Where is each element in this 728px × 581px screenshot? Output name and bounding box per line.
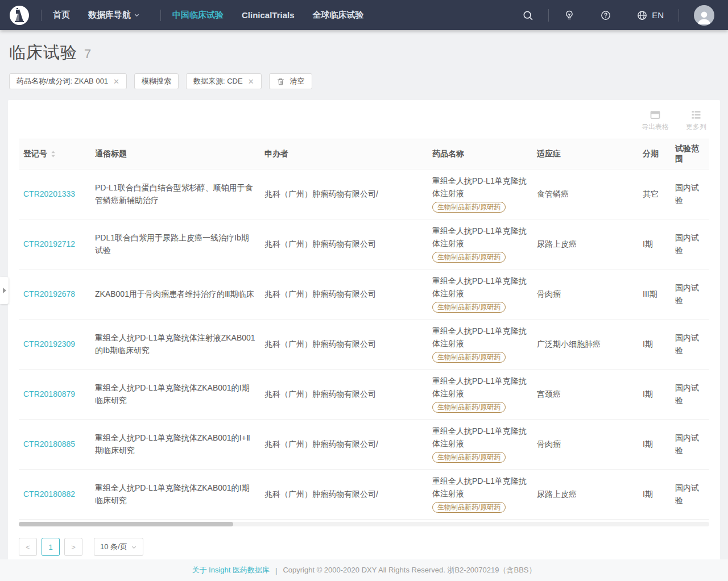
trial-title: 重组全人抗PD-L1单克隆抗体ZKAB001的Ⅰ期临床研究 <box>95 383 250 405</box>
trial-sponsor: 兆科（广州）肿瘤药物有限公司 <box>264 339 376 348</box>
scope: 国内试验 <box>675 233 699 255</box>
trial-sponsor: 兆科（广州）肿瘤药物有限公司 <box>264 389 376 399</box>
globe-icon <box>636 10 648 21</box>
filter-chips: 药品名称/成分词: ZKAB 001 ✕ 模糊搜索 数据来源: CDE ✕ 清空 <box>9 73 719 89</box>
chevron-down-icon <box>134 12 140 18</box>
sort-icon <box>51 150 56 158</box>
fuzzy-search-button[interactable]: 模糊搜索 <box>134 73 179 89</box>
search-icon[interactable] <box>522 10 533 21</box>
trial-title: 重组全人抗PD-L1单克隆抗体ZKAB001的Ⅰ期临床研究 <box>95 483 250 505</box>
phase: 其它 <box>643 189 659 198</box>
divider <box>160 10 161 21</box>
column-label: 登记号 <box>23 149 47 159</box>
copyright-text: Copyright © 2000-2020 DXY All Rights Res… <box>283 565 536 575</box>
filter-chip-data-source: 数据来源: CDE ✕ <box>186 73 262 89</box>
export-table-button[interactable]: 导出表格 <box>642 109 669 132</box>
nav-item-global-trials[interactable]: 全球临床试验 <box>313 10 364 20</box>
drug-name: 重组全人抗PD-L1单克隆抗体注射液 <box>432 475 528 500</box>
prev-page-button[interactable]: < <box>19 538 37 556</box>
trial-sponsor: 兆科（广州）肿瘤药物有限公司/ <box>264 189 378 198</box>
navbar-right-group: EN <box>522 5 714 26</box>
user-avatar[interactable] <box>694 5 714 26</box>
remove-filter-icon[interactable]: ✕ <box>248 78 254 85</box>
phase: I期 <box>643 339 653 348</box>
drug-name: 重组全人抗PD-L1单克隆抗体注射液 <box>432 425 528 450</box>
indication: 尿路上皮癌 <box>537 239 577 248</box>
filter-chip-data-source-label: 数据来源: CDE <box>193 76 243 86</box>
scrollbar-thumb[interactable] <box>19 522 233 526</box>
trial-id-link[interactable]: CTR20192309 <box>23 339 75 348</box>
trial-id-link[interactable]: CTR20180885 <box>23 439 75 449</box>
nav-item-db-nav[interactable]: 数据库导航 <box>88 10 140 20</box>
table-body: CTR20201333 PD-L1联合白蛋白结合型紫杉醇、顺铂用于食管鳞癌新辅助… <box>19 169 709 520</box>
scope: 国内试验 <box>675 483 699 505</box>
page-header: 临床试验 7 药品名称/成分词: ZKAB 001 ✕ 模糊搜索 数据来源: C… <box>0 30 728 89</box>
trial-sponsor: 兆科（广州）肿瘤药物有限公司 <box>264 289 376 298</box>
person-icon <box>696 9 713 26</box>
indication: 食管鳞癌 <box>537 189 569 198</box>
next-page-button[interactable]: > <box>64 538 82 556</box>
phase: I期 <box>643 389 653 399</box>
trial-title: PDL1联合白紫用于尿路上皮癌一线治疗Ib期试验 <box>95 233 249 255</box>
trial-sponsor: 兆科（广州）肿瘤药物有限公司/ <box>264 489 378 499</box>
column-header-registration-id[interactable]: 登记号 <box>23 149 56 159</box>
trash-icon <box>276 77 285 86</box>
more-columns-icon <box>690 109 702 121</box>
page-1-button[interactable]: 1 <box>42 538 60 556</box>
divider <box>41 10 42 21</box>
trial-id-link[interactable]: CTR20192678 <box>23 289 75 298</box>
scope: 国内试验 <box>675 433 699 455</box>
trial-id-link[interactable]: CTR20201333 <box>23 189 75 198</box>
table-row: CTR20192678 ZKAB001用于骨肉瘤患者维持治疗的Ⅲ期临床 兆科（广… <box>19 269 709 319</box>
trial-title: ZKAB001用于骨肉瘤患者维持治疗的Ⅲ期临床 <box>95 289 254 298</box>
table-header-row: 登记号 通俗标题 申办者 药品名称 适应症 分期 试验范围 <box>19 139 709 169</box>
column-header-indication: 适应症 <box>532 139 638 169</box>
more-columns-label: 更多列 <box>686 122 706 132</box>
column-header-title: 通俗标题 <box>90 139 260 169</box>
drug-name: 重组全人抗PD-L1单克隆抗体注射液 <box>432 175 528 200</box>
results-card: 导出表格 更多列 登记号 通俗标题 <box>8 100 720 565</box>
trial-sponsor: 兆科（广州）肿瘤药物有限公司/ <box>264 439 378 449</box>
column-header-phase: 分期 <box>638 139 671 169</box>
insight-logo[interactable] <box>9 5 30 26</box>
drug-type-badge: 生物制品新药/原研药 <box>432 402 506 413</box>
indication: 宫颈癌 <box>537 389 561 399</box>
lightbulb-icon[interactable] <box>564 10 575 21</box>
page-size-value: 10 条/页 <box>100 542 127 552</box>
trial-sponsor: 兆科（广州）肿瘤药物有限公司 <box>264 239 376 248</box>
drug-name: 重组全人抗PD-L1单克隆抗体注射液 <box>432 325 528 350</box>
chevron-right-icon <box>3 288 6 293</box>
table-row: CTR20192309 重组全人抗PD-L1单克隆抗体注射液ZKAB001的Ⅰb… <box>19 319 709 370</box>
divider <box>679 9 679 22</box>
trial-id-link[interactable]: CTR20192712 <box>23 239 75 248</box>
language-label: EN <box>652 10 664 20</box>
indication: 广泛期小细胞肺癌 <box>537 339 601 348</box>
indication: 尿路上皮癌 <box>537 489 577 499</box>
help-icon[interactable] <box>600 10 611 21</box>
clear-filters-button[interactable]: 清空 <box>269 73 312 89</box>
language-switch[interactable]: EN <box>636 10 664 21</box>
trial-title: 重组全人抗PD-L1单克隆抗体注射液ZKAB001的Ⅰb期临床研究 <box>95 333 255 355</box>
trial-id-link[interactable]: CTR20180879 <box>23 389 75 399</box>
about-insight-link[interactable]: 关于 Insight 医药数据库 <box>192 565 270 575</box>
phase: III期 <box>643 289 657 298</box>
export-table-icon <box>650 109 661 121</box>
nav-item-clinicaltrials[interactable]: ClinicalTrials <box>242 10 295 20</box>
drug-type-badge: 生物制品新药/原研药 <box>432 352 506 363</box>
column-header-sponsor: 申办者 <box>260 139 428 169</box>
page-size-select[interactable]: 10 条/页 <box>94 538 143 556</box>
table-tools: 导出表格 更多列 <box>8 108 720 139</box>
trial-title: 重组全人抗PD-L1单克隆抗体ZKAB001的Ⅰ+Ⅱ期临床研究 <box>95 433 250 455</box>
nav-item-home[interactable]: 首页 <box>53 10 70 20</box>
drug-name: 重组全人抗PD-L1单克隆抗体注射液 <box>432 275 528 300</box>
expand-filter-panel-button[interactable] <box>0 277 9 304</box>
phase: I期 <box>643 489 653 499</box>
scope: 国内试验 <box>675 383 699 405</box>
nav-item-china-trials[interactable]: 中国临床试验 <box>172 10 224 20</box>
table-row: CTR20180882 重组全人抗PD-L1单克隆抗体ZKAB001的Ⅰ期临床研… <box>19 470 709 520</box>
more-columns-button[interactable]: 更多列 <box>686 109 706 132</box>
horizontal-scrollbar <box>19 522 709 526</box>
trial-id-link[interactable]: CTR20180882 <box>23 489 75 499</box>
drug-name: 重组全人抗PD-L1单克隆抗体注射液 <box>432 375 528 400</box>
remove-filter-icon[interactable]: ✕ <box>113 78 119 85</box>
